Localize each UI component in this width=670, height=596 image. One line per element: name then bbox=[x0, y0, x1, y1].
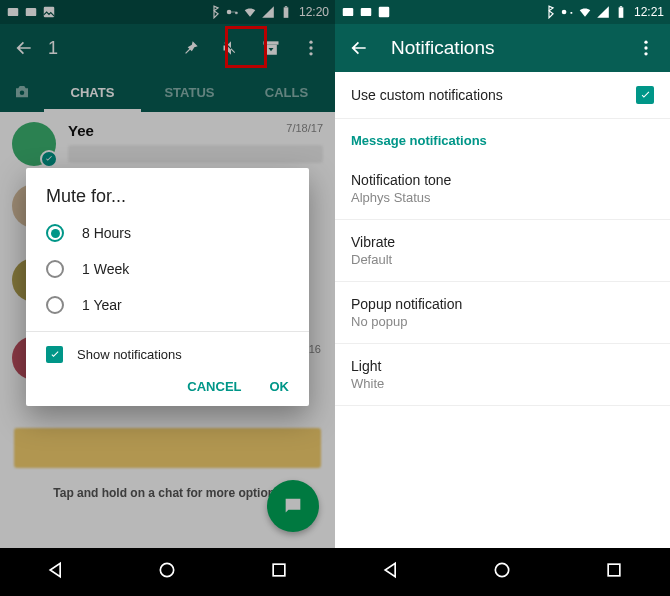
settings-list: Use custom notifications Message notific… bbox=[335, 72, 670, 548]
android-navbar bbox=[335, 548, 670, 596]
setting-value: No popup bbox=[351, 314, 654, 329]
image-icon bbox=[377, 5, 391, 19]
setting-label: Vibrate bbox=[351, 234, 654, 250]
svg-rect-14 bbox=[361, 8, 372, 16]
svg-point-11 bbox=[161, 563, 174, 576]
radio-icon bbox=[46, 260, 64, 278]
checkbox-icon bbox=[46, 346, 63, 363]
svg-rect-23 bbox=[608, 564, 620, 576]
light-row[interactable]: Light White bbox=[335, 344, 670, 406]
setting-value: White bbox=[351, 376, 654, 391]
radio-icon bbox=[46, 296, 64, 314]
svg-rect-13 bbox=[343, 8, 354, 16]
bluetooth-icon bbox=[542, 5, 556, 19]
setting-label: Light bbox=[351, 358, 654, 374]
radio-label: 1 Week bbox=[82, 261, 129, 277]
vibrate-row[interactable]: Vibrate Default bbox=[335, 220, 670, 282]
ok-button[interactable]: OK bbox=[270, 379, 290, 394]
phone-right: 12:21 Notifications Use custom notificat… bbox=[335, 0, 670, 596]
menu-overflow-icon[interactable] bbox=[626, 24, 666, 72]
svg-point-21 bbox=[644, 52, 647, 55]
setting-label: Use custom notifications bbox=[351, 87, 503, 103]
svg-rect-15 bbox=[379, 7, 390, 18]
page-title: Notifications bbox=[379, 37, 626, 59]
back-arrow-icon[interactable] bbox=[339, 24, 379, 72]
wifi-icon bbox=[578, 5, 592, 19]
setting-label: Popup notification bbox=[351, 296, 654, 312]
dialog-title: Mute for... bbox=[26, 186, 309, 215]
nav-recent-icon[interactable] bbox=[269, 560, 289, 584]
notification-tone-row[interactable]: Notification tone Alphys Status bbox=[335, 158, 670, 220]
key-icon bbox=[560, 5, 574, 19]
android-navbar bbox=[0, 548, 335, 596]
svg-rect-12 bbox=[273, 564, 285, 576]
radio-1-year[interactable]: 1 Year bbox=[26, 287, 309, 323]
divider bbox=[26, 331, 309, 332]
svg-point-20 bbox=[644, 46, 647, 49]
nav-recent-icon[interactable] bbox=[604, 560, 624, 584]
svg-point-19 bbox=[644, 41, 647, 44]
setting-value: Default bbox=[351, 252, 654, 267]
svg-rect-18 bbox=[620, 6, 622, 7]
svg-point-22 bbox=[496, 563, 509, 576]
phone-left: 12:20 1 CHATS STATUS CALLS Yee7/18/17 16 bbox=[0, 0, 335, 596]
checkbox-label: Show notifications bbox=[77, 347, 182, 362]
section-header: Message notifications bbox=[335, 119, 670, 158]
show-notifications-checkbox[interactable]: Show notifications bbox=[26, 340, 309, 369]
custom-notifications-row[interactable]: Use custom notifications bbox=[335, 72, 670, 119]
settings-actionbar: Notifications bbox=[335, 24, 670, 72]
radio-8-hours[interactable]: 8 Hours bbox=[26, 215, 309, 251]
checkbox-icon[interactable] bbox=[636, 86, 654, 104]
nav-home-icon[interactable] bbox=[157, 560, 177, 584]
signal-icon bbox=[596, 5, 610, 19]
radio-icon bbox=[46, 224, 64, 242]
status-time: 12:21 bbox=[634, 5, 664, 19]
statusbar: 12:21 bbox=[335, 0, 670, 24]
nav-back-icon[interactable] bbox=[381, 560, 401, 584]
svg-point-16 bbox=[562, 10, 567, 15]
radio-label: 8 Hours bbox=[82, 225, 131, 241]
setting-label: Notification tone bbox=[351, 172, 654, 188]
nav-back-icon[interactable] bbox=[46, 560, 66, 584]
svg-rect-17 bbox=[619, 7, 624, 17]
mute-dialog: Mute for... 8 Hours 1 Week 1 Year Show n… bbox=[26, 168, 309, 406]
popup-notification-row[interactable]: Popup notification No popup bbox=[335, 282, 670, 344]
setting-value: Alphys Status bbox=[351, 190, 654, 205]
nav-home-icon[interactable] bbox=[492, 560, 512, 584]
app-icon bbox=[359, 5, 373, 19]
radio-1-week[interactable]: 1 Week bbox=[26, 251, 309, 287]
radio-label: 1 Year bbox=[82, 297, 122, 313]
app-icon bbox=[341, 5, 355, 19]
battery-icon bbox=[614, 5, 628, 19]
cancel-button[interactable]: CANCEL bbox=[187, 379, 241, 394]
